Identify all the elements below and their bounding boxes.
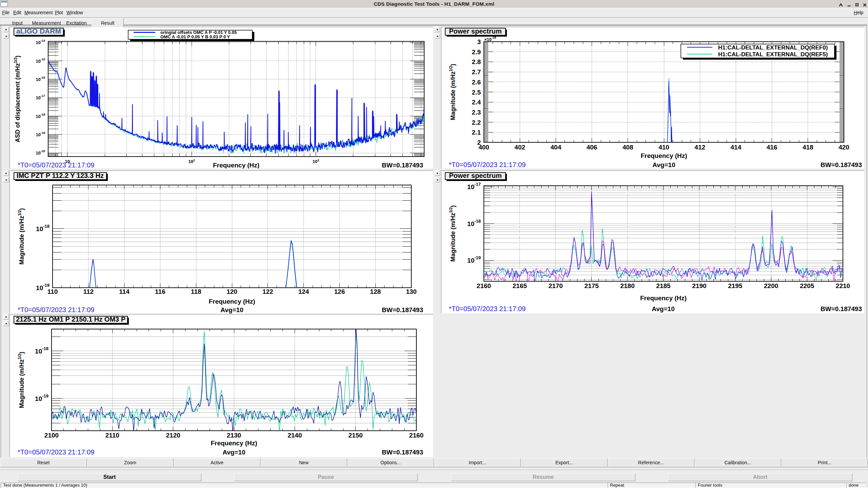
pane-expand-button-1[interactable] <box>3 27 9 32</box>
x-tick-label: 122 <box>262 288 273 295</box>
window-minimize-button[interactable] <box>847 2 852 6</box>
x-tick-label: 2140 <box>288 432 302 439</box>
pane-up-button-2[interactable] <box>435 33 440 39</box>
y-axis-title: Magnitude (m/Hz1/2) <box>17 208 25 265</box>
menu-help[interactable]: Help <box>854 10 863 15</box>
y-exponent-label: ×10-18 <box>484 36 496 42</box>
x-tick-label: 103 <box>313 159 319 164</box>
x-tick-label: 130 <box>406 288 417 295</box>
x-axis-title: Frequency (Hz) <box>211 440 257 447</box>
pane-expand-button-4[interactable] <box>435 170 440 176</box>
y-tick-label: 2.2 <box>472 119 481 126</box>
content-left-border <box>1 25 1 458</box>
status-state: done <box>846 483 867 488</box>
y-tick-label: 10-16 <box>36 76 45 82</box>
x-tick-label: 418 <box>803 144 813 151</box>
plot-canvas-3: 11011211411611812012212412612813010-1910… <box>10 171 433 313</box>
x-tick-label: 2175 <box>585 282 599 289</box>
x-tick-label: 402 <box>514 144 525 151</box>
y-tick-label: 10-18 <box>36 113 45 119</box>
x-tick-label: 114 <box>119 288 130 295</box>
pane-up-button-5[interactable] <box>3 321 9 326</box>
toolbar-button-export[interactable]: Export... <box>521 458 608 467</box>
right-triangle-icon <box>436 28 439 31</box>
x-tick-label: 118 <box>191 288 201 295</box>
bw-label: BW=0.187493 <box>821 305 862 312</box>
pane-up-button-3[interactable] <box>3 177 9 182</box>
menu-measurement[interactable]: Measurement <box>24 10 53 15</box>
y-tick-label: 10-18 <box>35 346 48 354</box>
plot-title: Power spectrum <box>449 172 502 179</box>
trace-teal <box>484 229 842 281</box>
pause-button: Pause <box>234 473 418 481</box>
window-shade-button[interactable] <box>839 2 844 6</box>
x-tick-label: 2110 <box>105 432 119 439</box>
plot-canvas-5: 210021102120213021402150216010-1910-18*T… <box>10 314 433 457</box>
status-bar: Test done (Measurements 1 / Averages 10)… <box>0 483 868 488</box>
toolbar-button-active[interactable]: Active <box>174 458 260 467</box>
x-tick-label: 120 <box>226 288 237 295</box>
avg-label: Avg=10 <box>652 305 674 312</box>
menu-file[interactable]: File <box>2 10 9 15</box>
trace-imc-pzt-teal <box>89 242 297 293</box>
pane-expand-button-5[interactable] <box>3 314 9 320</box>
up-triangle-icon <box>5 322 8 325</box>
plot-title: IMC PZT P 112.2 Y 123.3 Hz <box>17 172 104 179</box>
t0-label: *T0=05/07/2023 21:17:09 <box>449 305 526 312</box>
menu-edit[interactable]: Edit <box>13 10 21 15</box>
x-tick-label: 110 <box>47 288 58 295</box>
pane-expand-button-3[interactable] <box>3 170 9 176</box>
y-tick-label: 10-17 <box>467 182 481 190</box>
tab-result[interactable]: Result <box>92 18 124 27</box>
toolbar-button-zoom[interactable]: Zoom <box>87 458 174 467</box>
toolbar-button-print[interactable]: Print... <box>781 458 868 467</box>
toolbar-button-options[interactable]: Options... <box>347 458 434 467</box>
x-tick-label: 410 <box>658 144 669 151</box>
pane-up-button-4[interactable] <box>435 177 440 182</box>
plot-canvas-2: 40040240440640841041241441641842022.12.2… <box>441 27 864 168</box>
x-axis-title: Frequency (Hz) <box>213 162 259 168</box>
t0-label: *T0=05/07/2023 21:17:09 <box>449 161 526 168</box>
menu-window[interactable]: Window <box>66 10 83 15</box>
y-tick-label: 10-19 <box>36 131 45 137</box>
plot-title: Power spectrum <box>449 27 502 35</box>
content-right-border <box>867 25 867 458</box>
t0-label: *T0=05/07/2023 21:17:09 <box>18 448 94 456</box>
x-axis-title: Frequency (Hz) <box>640 152 687 159</box>
x-tick-label: 2200 <box>764 282 778 289</box>
abort-button: Abort <box>668 473 852 481</box>
trace-blue <box>484 191 842 286</box>
plot-canvas-4: 2160216521702175218021852190219522002205… <box>441 171 864 313</box>
trace-oringial-offsets-omc-a-p-0-01-y-0-05 <box>48 61 425 154</box>
y-tick-label: 2 <box>477 139 481 146</box>
x-tick-label: 2180 <box>620 282 634 289</box>
plot-pane-5: 210021102120213021402150216010-1910-18*T… <box>9 314 433 457</box>
plot-area: 1010210310-2010-1910-1810-1710-1610-1510… <box>0 25 868 458</box>
pane-up-button-1[interactable] <box>3 33 9 39</box>
toolbar-button-import[interactable]: Import... <box>434 458 521 467</box>
toolbar-button-calibration[interactable]: Calibration... <box>694 458 781 467</box>
menu-plot[interactable]: Plot <box>55 10 63 15</box>
trace-h1-cal-deltal-external-dq-ref0- <box>667 81 672 148</box>
toolbar-button-new[interactable]: New <box>260 458 347 467</box>
y-tick-label: 10-19 <box>35 393 48 402</box>
up-triangle-icon <box>5 35 8 38</box>
toolbar-button-reference[interactable]: Reference... <box>608 458 694 467</box>
window-maximize-button[interactable] <box>855 2 860 6</box>
toolbar-button-reset[interactable]: Reset <box>0 458 87 467</box>
bw-label: BW=0.187493 <box>382 306 423 313</box>
plot-toolbar: ResetZoomActiveNewOptions...Import...Exp… <box>0 458 868 467</box>
bw-label: BW=0.187493 <box>821 161 862 168</box>
x-tick-label: 2100 <box>44 432 59 439</box>
trace-magenta <box>484 193 842 284</box>
x-tick-label: 412 <box>694 144 705 151</box>
y-tick-label: 2.1 <box>472 129 481 136</box>
up-triangle-icon <box>436 35 439 38</box>
window-close-button[interactable] <box>863 2 868 6</box>
start-button[interactable]: Start <box>18 473 201 481</box>
plot-canvas-1: 1010210310-2010-1910-1810-1710-1610-1510… <box>10 27 433 168</box>
x-tick-label: 408 <box>623 144 633 151</box>
pane-expand-button-2[interactable] <box>435 27 440 32</box>
x-tick-label: 2205 <box>800 282 814 289</box>
x-tick-label: 102 <box>188 159 195 164</box>
